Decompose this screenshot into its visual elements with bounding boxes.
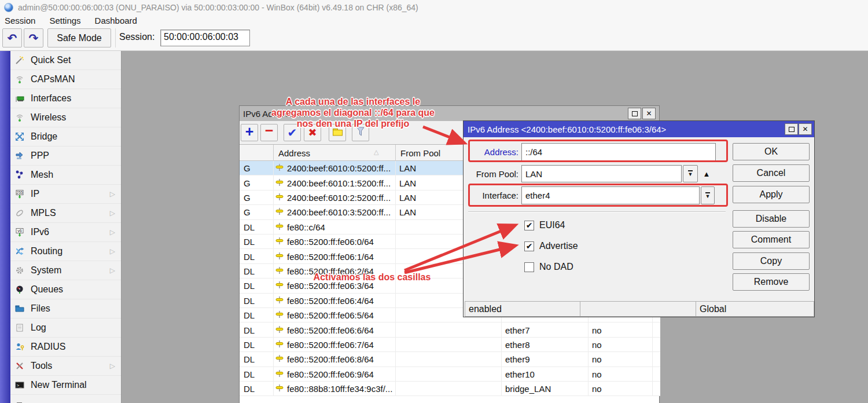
column-header-flags[interactable] (240, 145, 273, 161)
advertise-checkbox-row[interactable]: ✔ Advertise (524, 241, 578, 251)
apply-button[interactable]: Apply (733, 186, 810, 203)
sidebar-item-mesh[interactable]: Mesh (10, 166, 121, 185)
sidebar-item-system[interactable]: System ▷ (10, 261, 121, 280)
interface-cell: ether7 (501, 323, 588, 337)
remove-button[interactable]: Remove (733, 273, 810, 291)
session-value-field[interactable]: 50:00:00:06:00:03 (160, 30, 250, 46)
no-dad-checkbox-row[interactable]: ✔ No DAD (524, 262, 573, 272)
collapse-button[interactable]: ▲ (700, 166, 713, 181)
user-key-icon (14, 342, 25, 351)
interface-dropdown-button[interactable]: ▼ (701, 186, 715, 204)
maximize-button[interactable] (785, 123, 798, 135)
ok-button[interactable]: OK (733, 143, 810, 160)
routing-icon (14, 247, 25, 256)
address-icon (275, 207, 284, 217)
address-icon (275, 193, 284, 203)
menu-settings[interactable]: Settings (49, 16, 80, 25)
address-input[interactable]: ::/64 (521, 143, 716, 161)
svg-text:255: 255 (17, 190, 23, 195)
sidebar-item-files[interactable]: Files (10, 299, 121, 318)
column-divider (588, 323, 589, 336)
column-divider (588, 352, 589, 366)
column-divider (395, 308, 396, 322)
table-row[interactable]: DLfe80::5200:ff:fe06:7/64ether8no (240, 338, 660, 352)
column-divider (395, 220, 396, 234)
address-cell: fe80::5200:ff:fe06:4/64 (273, 294, 395, 308)
sidebar-item-tools[interactable]: Tools ▷ (10, 357, 121, 376)
from-pool-dropdown-button[interactable]: ▼ (683, 165, 698, 182)
advertise-cell: no (588, 323, 652, 337)
sidebar-item-capsman[interactable]: CAPsMAN (10, 70, 121, 89)
column-divider (273, 308, 274, 322)
column-divider (273, 235, 274, 248)
flags-cell: G (240, 205, 273, 219)
interface-cell: ether9 (501, 352, 588, 367)
sidebar-item-bridge[interactable]: Bridge (10, 127, 121, 146)
copy-button[interactable]: Copy (733, 252, 810, 270)
from-pool-input[interactable]: LAN (521, 165, 682, 182)
address-field-label: Address: (469, 147, 518, 157)
address-icon (275, 237, 284, 247)
advertise-cell: no (588, 352, 652, 367)
partial-icon (14, 400, 25, 403)
sidebar-item-wireless[interactable]: Wireless (10, 108, 121, 127)
address-cell: 2400:beef:6010:2:5200:ff... (273, 190, 395, 205)
from-pool-field-label: From Pool: (469, 169, 518, 179)
sidebar-item-new-terminal[interactable]: >_ New Terminal (10, 376, 121, 395)
no-dad-checkbox[interactable]: ✔ (524, 262, 534, 272)
column-divider (501, 323, 502, 336)
table-row[interactable]: DLfe80::5200:ff:fe06:9/64ether10no (240, 367, 660, 382)
address-icon (275, 310, 284, 320)
tools-icon (14, 361, 25, 371)
column-divider (273, 220, 274, 234)
flags-cell: DL (240, 352, 273, 367)
eui64-checkbox-row[interactable]: ✔ EUI64 (524, 220, 565, 230)
eui64-checkbox[interactable]: ✔ (524, 221, 534, 230)
disable-button[interactable]: Disable (733, 210, 810, 228)
from-pool-cell (395, 382, 501, 396)
safe-mode-button[interactable]: Safe Mode (47, 28, 111, 47)
maximize-button[interactable] (628, 108, 641, 119)
sidebar-item-partial[interactable] (10, 395, 121, 403)
app-title: admin@50:00:00:06:00:03 (ONU_PARAISO) vi… (18, 3, 418, 12)
menu-dashboard[interactable]: Dashboard (95, 16, 137, 25)
sidebar-item-mpls[interactable]: MPLS ▷ (10, 204, 121, 223)
mpls-paperclip-icon (14, 208, 25, 218)
table-row[interactable]: DLfe80::5200:ff:fe06:8/64ether9no (240, 352, 660, 367)
column-divider (652, 352, 653, 366)
antenna-icon (14, 75, 25, 84)
up-arrow-icon: ▲ (703, 170, 711, 178)
undo-button[interactable]: ↶ (2, 28, 22, 47)
plus-icon: + (245, 124, 254, 139)
column-divider (395, 367, 396, 381)
flags-cell: DL (240, 323, 273, 337)
table-row[interactable]: DLfe80::88b8:10ff:fe34:9c3f/...bridge_LA… (240, 382, 660, 396)
redo-button[interactable]: ↷ (24, 28, 43, 47)
table-row[interactable]: DLfe80::5200:ff:fe06:6/64ether7no (240, 323, 660, 337)
sidebar-item-ppp[interactable]: PPP (10, 146, 121, 166)
terminal-icon: >_ (14, 380, 25, 390)
sidebar-item-ip[interactable]: 255 IP ▷ (10, 185, 121, 204)
sidebar-item-ipv6[interactable]: v6 IPv6 ▷ (10, 223, 121, 242)
cancel-button[interactable]: Cancel (733, 164, 810, 182)
comment-button[interactable]: Comment (733, 231, 810, 248)
from-pool-cell (395, 323, 501, 337)
maximize-icon (632, 111, 638, 116)
close-button[interactable]: ✕ (642, 108, 656, 119)
column-divider (588, 367, 589, 381)
session-label: Session: (119, 32, 155, 42)
close-button[interactable]: ✕ (799, 123, 812, 135)
sidebar-item-routing[interactable]: Routing ▷ (10, 242, 121, 261)
sidebar-item-interfaces[interactable]: Interfaces (10, 89, 121, 108)
sidebar-item-log[interactable]: Log (10, 318, 121, 338)
advertise-checkbox[interactable]: ✔ (524, 241, 534, 251)
from-pool-cell (395, 367, 501, 382)
column-divider (652, 323, 653, 336)
sidebar-item-quick-set[interactable]: Quick Set (10, 51, 121, 70)
sidebar-item-radius[interactable]: RADIUS (10, 338, 121, 357)
interface-input[interactable]: ether4 (521, 186, 700, 204)
menu-session[interactable]: Session (5, 16, 35, 25)
sidebar-item-queues[interactable]: Queues (10, 280, 121, 299)
address-icon (275, 222, 284, 232)
dialog-titlebar[interactable]: IPv6 Address <2400:beef:6010:0:5200:ff:f… (464, 121, 814, 137)
